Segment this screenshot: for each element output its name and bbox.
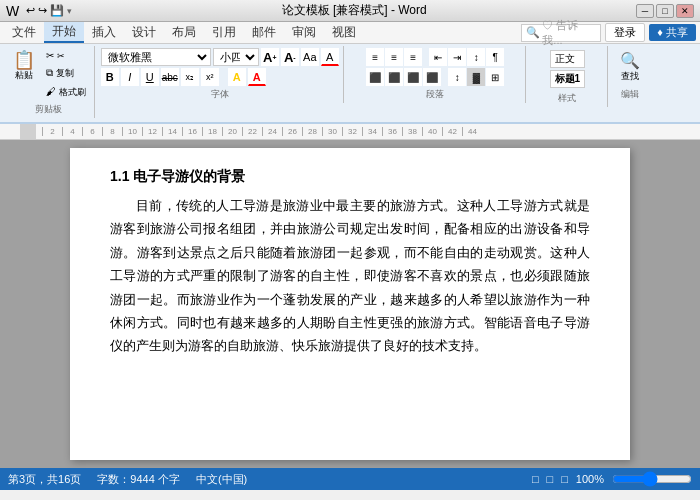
menu-review[interactable]: 审阅 [284,22,324,43]
text-highlight-button[interactable]: A [228,68,246,86]
paste-icon: 📋 [13,51,35,69]
doc-heading: 1.1 电子导游仪的背景 [110,168,590,186]
find-icon: 🔍 [620,51,640,70]
ruler-tick: 34 [362,127,382,136]
search-box[interactable]: 🔍 ♡ 告诉我... [521,24,601,42]
grow-font-button[interactable]: A+ [261,48,279,66]
ruler-tick: 22 [242,127,262,136]
paragraph-group: ≡ ≡ ≡ ⇤ ⇥ ↕ ¶ ⬛ ⬛ ⬛ ⬛ ↕ ▓ ⊞ 段落 [346,46,526,103]
search-placeholder: ♡ 告诉我... [542,18,596,48]
find-button[interactable]: 🔍 查找 [614,48,646,86]
align-center-button[interactable]: ⬛ [385,68,403,86]
copy-icon: ⧉ 复制 [46,67,74,80]
save-button[interactable]: 💾 [50,4,64,17]
menu-design[interactable]: 设计 [124,22,164,43]
italic-button[interactable]: I [121,68,139,86]
clipboard-small-btns: ✂ ✂ ⧉ 复制 🖌 格式刷 [42,48,90,101]
ruler-tick: 30 [322,127,342,136]
login-button[interactable]: 登录 [605,23,645,42]
menu-mailings[interactable]: 邮件 [244,22,284,43]
underline-button[interactable]: U [141,68,159,86]
bold-button[interactable]: B [101,68,119,86]
style-normal-button[interactable]: 正文 [550,50,586,68]
copy-button[interactable]: ⧉ 复制 [42,65,90,82]
words-status: 字数：9444 个字 [97,472,180,487]
line-spacing-button[interactable]: ↕ [448,68,466,86]
bullets-button[interactable]: ≡ [366,48,384,66]
menu-insert[interactable]: 插入 [84,22,124,43]
language-status: 中文(中国) [196,472,247,487]
ruler-tick: 26 [282,127,302,136]
quick-access-toolbar: W ↩ ↪ 💾 ▾ [6,3,72,19]
menu-home[interactable]: 开始 [44,22,84,43]
clipboard-label: 剪贴板 [35,103,62,116]
status-bar: 第3页，共16页 字数：9444 个字 中文(中国) □ □ □ 100% [0,468,700,490]
superscript-button[interactable]: x² [201,68,219,86]
font-row1: 微软雅黑 小四 A+ A- Aa A [101,48,339,66]
ruler-tick: 18 [202,127,222,136]
menu-layout[interactable]: 布局 [164,22,204,43]
menu-view[interactable]: 视图 [324,22,364,43]
doc-paragraph-1: 目前，传统的人工导游是旅游业中最主要的旅游方式。这种人工导游方式就是游客到旅游公… [110,194,590,358]
strikethrough-button[interactable]: abc [161,68,179,86]
view-normal-icon[interactable]: □ [532,473,539,485]
style-heading1-button[interactable]: 标题1 [550,70,586,88]
search-icon: 🔍 [526,26,540,39]
menu-file[interactable]: 文件 [4,22,44,43]
document-area: 1.1 电子导游仪的背景 目前，传统的人工导游是旅游业中最主要的旅游方式。这种人… [0,140,700,468]
clipboard-buttons: 📋 粘贴 ✂ ✂ ⧉ 复制 🖌 格式刷 [8,48,90,101]
close-button[interactable]: ✕ [676,4,694,18]
ruler-tick: 8 [102,127,122,136]
increase-indent-button[interactable]: ⇥ [448,48,466,66]
menu-bar: 文件 开始 插入 设计 布局 引用 邮件 审阅 视图 🔍 ♡ 告诉我... 登录… [0,22,700,44]
decrease-indent-button[interactable]: ⇤ [429,48,447,66]
align-right-button[interactable]: ⬛ [404,68,422,86]
ruler-tick: 20 [222,127,242,136]
font-name-select[interactable]: 微软雅黑 [101,48,211,66]
ruler-numbers: 2468101214161820222426283032343638404244 [42,127,482,136]
paste-button[interactable]: 📋 粘贴 [8,48,40,101]
view-full-icon[interactable]: □ [547,473,554,485]
ruler-tick: 36 [382,127,402,136]
ruler-tick: 40 [422,127,442,136]
justify-button[interactable]: ⬛ [423,68,441,86]
para-toolbar: ≡ ≡ ≡ ⇤ ⇥ ↕ ¶ ⬛ ⬛ ⬛ ⬛ ↕ ▓ ⊞ [366,48,504,86]
multilevel-button[interactable]: ≡ [404,48,422,66]
border-button[interactable]: ⊞ [486,68,504,86]
minimize-button[interactable]: ─ [636,4,654,18]
editing-group: 🔍 查找 编辑 [610,46,650,103]
shrink-font-button[interactable]: A- [281,48,299,66]
document-page[interactable]: 1.1 电子导游仪的背景 目前，传统的人工导游是旅游业中最主要的旅游方式。这种人… [70,148,630,460]
editing-label: 编辑 [621,88,639,101]
numbering-button[interactable]: ≡ [385,48,403,66]
undo-button[interactable]: ↩ [26,4,35,17]
menu-references[interactable]: 引用 [204,22,244,43]
clear-format-button[interactable]: A [321,48,339,66]
view-web-icon[interactable]: □ [561,473,568,485]
zoom-slider[interactable] [612,473,692,485]
styles-label: 样式 [558,92,576,105]
ruler-tick: 6 [82,127,102,136]
font-size-select[interactable]: 小四 [213,48,259,66]
ruler-tick: 32 [342,127,362,136]
word-logo-icon: W [6,3,19,19]
font-color-button[interactable]: A [248,68,266,86]
show-marks-button[interactable]: ¶ [486,48,504,66]
cut-button[interactable]: ✂ ✂ [42,48,90,63]
ruler-tick: 24 [262,127,282,136]
shading-button[interactable]: ▓ [467,68,485,86]
ruler-tick: 44 [462,127,482,136]
redo-button[interactable]: ↪ [38,4,47,17]
font-toolbar: 微软雅黑 小四 A+ A- Aa A B I U abc x₂ x² A A [101,48,339,86]
align-left-button[interactable]: ⬛ [366,68,384,86]
change-case-button[interactable]: Aa [301,48,319,66]
share-button[interactable]: ♦ 共享 [649,24,696,41]
maximize-button[interactable]: □ [656,4,674,18]
subscript-button[interactable]: x₂ [181,68,199,86]
para-row1: ≡ ≡ ≡ ⇤ ⇥ ↕ ¶ [366,48,504,66]
ruler-tick: 14 [162,127,182,136]
format-painter-button[interactable]: 🖌 格式刷 [42,84,90,101]
ruler-corner [20,124,36,139]
sort-button[interactable]: ↕ [467,48,485,66]
ruler-tick: 28 [302,127,322,136]
